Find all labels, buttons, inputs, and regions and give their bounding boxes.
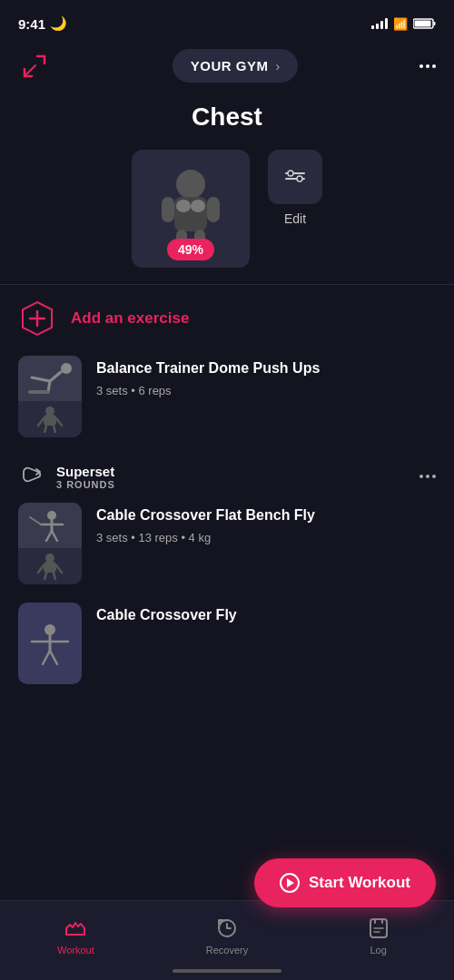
svg-line-43 [56, 565, 62, 573]
svg-line-24 [50, 372, 61, 381]
exercise-thumbnail [18, 356, 82, 437]
svg-line-31 [56, 418, 62, 426]
superset-icon [18, 463, 45, 490]
log-nav-icon [366, 916, 391, 941]
header: YOUR GYM › [0, 40, 454, 88]
svg-rect-2 [434, 22, 436, 25]
bottom-navigation: Workout Recovery Log [0, 900, 454, 980]
home-indicator [173, 969, 281, 973]
superset-info: Superset 3 ROUNDS [56, 464, 409, 490]
superset-rounds: 3 ROUNDS [56, 479, 409, 490]
exercise-name-2: Cable Crossover Flat Bench Fly [96, 506, 436, 525]
exercise-info-3: Cable Crossover Fly [96, 603, 436, 631]
svg-rect-1 [415, 21, 431, 27]
svg-point-46 [44, 624, 55, 635]
nav-workout-label: Workout [57, 945, 94, 956]
page-title: Chest [0, 103, 454, 132]
exercise-name-3: Cable Crossover Fly [96, 606, 436, 625]
exercise-info-2: Cable Crossover Flat Bench Fly 3 sets • … [96, 503, 436, 544]
exercise-item[interactable]: Balance Trainer Dome Push Ups 3 sets • 6… [0, 347, 454, 446]
svg-point-19 [297, 176, 302, 181]
exercise-name: Balance Trainer Dome Push Ups [96, 359, 436, 378]
svg-line-37 [30, 517, 41, 524]
svg-point-40 [45, 554, 54, 563]
play-triangle-icon [287, 878, 294, 887]
workout-nav-icon [63, 916, 88, 941]
svg-point-23 [61, 363, 72, 374]
svg-point-10 [176, 200, 191, 212]
gym-name: YOUR GYM [191, 58, 269, 74]
svg-point-18 [288, 171, 293, 176]
edit-label[interactable]: Edit [284, 211, 306, 226]
status-icons: 📶 [371, 17, 436, 31]
svg-line-7 [26, 65, 35, 74]
svg-line-33 [54, 426, 55, 433]
superset-header: Superset 3 ROUNDS [0, 446, 454, 494]
recovery-nav-icon [214, 916, 240, 941]
muscle-percent-badge: 49% [167, 239, 214, 260]
svg-line-45 [54, 573, 55, 580]
status-bar: 9:41 🌙 📶 [0, 0, 454, 40]
exercise-meta-2: 3 sets • 13 reps • 4 kg [96, 531, 436, 544]
nav-recovery-label: Recovery [206, 945, 248, 956]
svg-rect-29 [44, 415, 56, 426]
expand-icon[interactable] [18, 50, 51, 83]
svg-line-42 [38, 565, 44, 573]
svg-line-44 [44, 573, 46, 580]
body-diagram [154, 168, 227, 250]
battery-icon [413, 18, 436, 29]
signal-bars-icon [371, 18, 388, 29]
svg-line-32 [44, 426, 46, 433]
svg-rect-13 [207, 197, 220, 222]
more-options-button[interactable] [419, 64, 436, 68]
svg-rect-41 [44, 562, 56, 573]
svg-line-25 [32, 377, 50, 381]
svg-line-30 [38, 418, 44, 426]
nav-workout[interactable]: Workout [0, 916, 152, 956]
svg-point-28 [45, 407, 54, 416]
edit-button[interactable] [268, 150, 322, 204]
gym-selector[interactable]: YOUR GYM › [173, 49, 298, 83]
start-workout-button[interactable]: Start Workout [254, 858, 436, 907]
nav-log-label: Log [370, 945, 387, 956]
nav-recovery[interactable]: Recovery [152, 916, 303, 956]
muscle-section: 49% Edit [0, 141, 454, 268]
svg-line-39 [52, 531, 57, 541]
page-title-section: Chest [0, 88, 454, 141]
add-exercise-row[interactable]: Add an exercise [0, 285, 454, 347]
start-workout-label: Start Workout [309, 874, 410, 892]
svg-point-11 [191, 200, 205, 212]
exercise-info: Balance Trainer Dome Push Ups 3 sets • 6… [96, 356, 436, 397]
moon-icon: 🌙 [50, 15, 67, 32]
exercise-item-2[interactable]: Cable Crossover Flat Bench Fly 3 sets • … [0, 494, 454, 593]
add-exercise-label: Add an exercise [71, 309, 189, 328]
exercise-thumbnail-2 [18, 503, 82, 584]
chevron-right-icon: › [276, 59, 281, 74]
status-time: 9:41 🌙 [18, 15, 67, 32]
svg-line-38 [46, 531, 52, 541]
superset-more-button[interactable] [419, 475, 436, 478]
svg-point-8 [176, 170, 205, 199]
play-circle-icon [280, 873, 300, 893]
exercise-item-3[interactable]: Cable Crossover Fly [0, 593, 454, 693]
wifi-icon: 📶 [393, 17, 408, 31]
exercise-thumbnail-3 [18, 603, 82, 684]
nav-log[interactable]: Log [302, 916, 454, 956]
svg-rect-12 [162, 197, 174, 222]
svg-line-50 [50, 651, 57, 664]
muscle-figure: 49% [132, 150, 250, 268]
superset-label: Superset [56, 464, 409, 479]
exercise-meta: 3 sets • 6 reps [96, 384, 436, 397]
svg-line-49 [43, 651, 50, 664]
edit-section: Edit [268, 150, 322, 226]
add-exercise-icon [18, 299, 56, 338]
